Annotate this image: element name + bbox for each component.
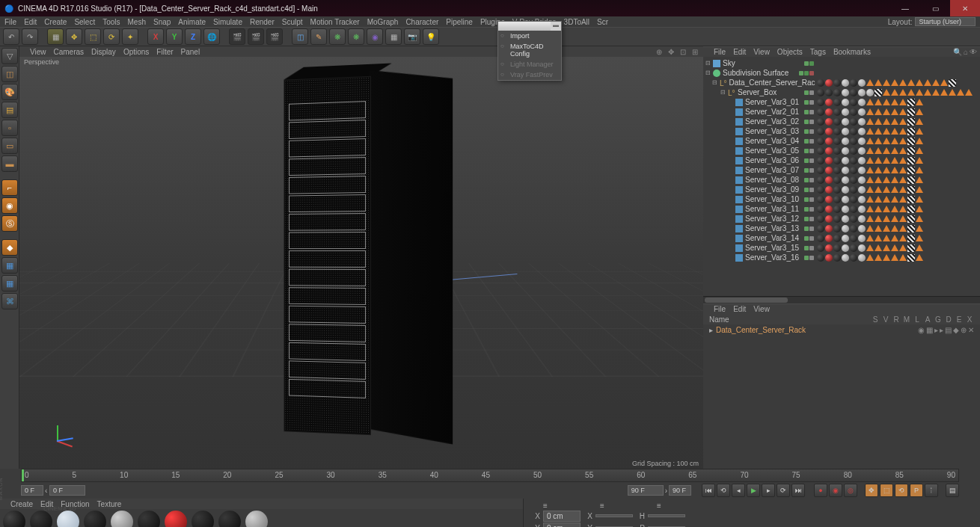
tag-row[interactable] <box>817 78 979 87</box>
play-button[interactable]: ▶ <box>747 484 760 497</box>
viewport-solo[interactable]: ◉ <box>1 197 18 214</box>
point-level[interactable]: ⦙ <box>925 484 938 497</box>
take-row[interactable]: ▸ Data_Center_Server_Rack ◉▦▸▸▤◆⊕✕ <box>703 324 980 336</box>
pos-key[interactable]: ✥ <box>865 484 878 497</box>
object-row[interactable]: Server_Var3_15 <box>705 243 814 253</box>
matmenu-texture[interactable]: Texture <box>97 500 122 508</box>
object-row[interactable]: ⊟L°Data_Center_Server_Rack <box>705 78 814 87</box>
scale-tool[interactable]: ⬚ <box>85 28 101 45</box>
polygon-mode[interactable]: ▬ <box>1 155 18 172</box>
menu-3dtoall[interactable]: 3DToAll <box>564 18 589 26</box>
tag-row[interactable] <box>817 194 979 204</box>
tag-row[interactable] <box>817 107 979 117</box>
material-metalbo[interactable]: MetalBo <box>136 511 162 527</box>
make-editable[interactable]: ▽ <box>1 48 18 64</box>
menu-edit[interactable]: Edit <box>24 18 37 26</box>
attrmenu-file[interactable]: File <box>714 305 726 313</box>
environment-button[interactable]: ▦ <box>385 28 402 45</box>
object-row[interactable]: ⊟Subdivision Surface <box>705 68 814 78</box>
next-key[interactable]: ⟳ <box>777 484 790 497</box>
tag-row[interactable] <box>817 87 979 97</box>
rot-key[interactable]: ⟲ <box>895 484 908 497</box>
eye-icon[interactable]: 👁 <box>970 48 977 56</box>
objmenu-bookmarks[interactable]: Bookmarks <box>833 48 871 56</box>
vp-orbit-icon[interactable]: ⊕ <box>654 48 664 56</box>
popup-maxtoc4d-config[interactable]: MaxToC4D Config <box>498 41 561 59</box>
object-row[interactable]: Server_Var3_07 <box>705 165 814 175</box>
tag-row[interactable] <box>817 68 979 78</box>
material-var1_pla[interactable]: Var1_Pla <box>190 511 215 527</box>
pen-tool[interactable]: ✎ <box>310 28 327 45</box>
param-key[interactable]: P <box>910 484 923 497</box>
prev-frame[interactable]: ◂ <box>732 484 745 497</box>
object-row[interactable]: ⊟L°Server_Box <box>705 87 814 97</box>
prev-key[interactable]: ⟲ <box>717 484 730 497</box>
menu-simulate[interactable]: Simulate <box>213 18 242 26</box>
vpmenu-cameras[interactable]: Cameras <box>54 48 85 56</box>
tag-row[interactable] <box>817 97 979 107</box>
maximize-button[interactable]: ▭ <box>920 0 950 16</box>
planar-workplane[interactable]: ▦ <box>1 257 18 274</box>
object-row[interactable]: Server_Var3_11 <box>705 204 814 214</box>
tag-row[interactable] <box>817 175 979 185</box>
edge-mode[interactable]: ▭ <box>1 138 18 154</box>
menu-sculpt[interactable]: Sculpt <box>282 18 303 26</box>
locked-workplane[interactable]: ◆ <box>1 239 18 256</box>
y-axis-lock[interactable]: Y <box>166 28 183 45</box>
objmenu-edit[interactable]: Edit <box>733 48 746 56</box>
menu-tools[interactable]: Tools <box>102 18 120 26</box>
light-button[interactable]: 💡 <box>423 28 439 45</box>
menu-pipeline[interactable]: Pipeline <box>446 18 473 26</box>
menu-file[interactable]: File <box>4 18 16 26</box>
minimize-button[interactable]: — <box>890 0 920 16</box>
undo-button[interactable]: ↶ <box>3 28 19 45</box>
vp-maximize-icon[interactable]: ⊞ <box>690 48 700 56</box>
texture-mode[interactable]: 🎨 <box>1 84 18 100</box>
menu-animate[interactable]: Animate <box>178 18 206 26</box>
keyframe-sel[interactable]: ◎ <box>844 484 857 497</box>
move-tool[interactable]: ✥ <box>66 28 82 45</box>
tag-row[interactable] <box>817 214 979 224</box>
menu-character[interactable]: Character <box>405 18 438 26</box>
object-row[interactable]: Server_Var3_16 <box>705 253 814 262</box>
viewport-canvas[interactable]: Perspective Grid Spacing : 100 cm <box>19 57 703 469</box>
workplane-mode[interactable]: ▤ <box>1 102 18 118</box>
render-settings[interactable]: 🎬 <box>266 28 283 45</box>
size-x[interactable] <box>595 514 633 517</box>
render-view[interactable]: 🎬 <box>229 28 245 45</box>
menu-mesh[interactable]: Mesh <box>128 18 146 26</box>
object-row[interactable]: Server_Var3_13 <box>705 224 814 233</box>
axis-mode[interactable]: ⌐ <box>1 179 18 196</box>
material-var2_pla[interactable]: Var2_Pla <box>217 511 242 527</box>
deformer-button[interactable]: ◉ <box>367 28 383 45</box>
frame-range-end[interactable]: 90 F <box>628 485 664 496</box>
select-tool[interactable]: ▦ <box>47 28 64 45</box>
object-row[interactable]: Server_Var3_12 <box>705 214 814 224</box>
tag-row[interactable] <box>817 117 979 126</box>
tag-panel[interactable] <box>815 57 980 296</box>
tag-row[interactable] <box>817 146 979 155</box>
object-row[interactable]: Server_Var3_10 <box>705 194 814 204</box>
record-button[interactable]: ● <box>814 484 827 497</box>
python-icon[interactable]: ⌘ <box>1 293 18 309</box>
array-button[interactable]: ❋ <box>348 28 364 45</box>
object-row[interactable]: Server_Var3_02 <box>705 117 814 126</box>
vpmenu-display[interactable]: Display <box>91 48 116 56</box>
tag-row[interactable] <box>817 243 979 253</box>
attrmenu-view[interactable]: View <box>753 305 770 313</box>
vpmenu-options[interactable]: Options <box>123 48 149 56</box>
goto-start[interactable]: ⏮ <box>702 484 715 497</box>
material-black_m[interactable]: Black_M <box>28 511 54 527</box>
frame-max-field[interactable]: 90 F <box>669 485 691 496</box>
menu-render[interactable]: Render <box>250 18 275 26</box>
render-region[interactable]: 🎬 <box>248 28 264 45</box>
objmenu-tags[interactable]: Tags <box>810 48 826 56</box>
snap-toggle[interactable]: Ⓢ <box>1 215 18 232</box>
tag-row[interactable] <box>817 233 979 243</box>
material-metal[interactable]: Metal <box>109 511 135 527</box>
time-ruler[interactable]: 051015202530354045505560657075808590 <box>21 469 959 482</box>
vp-zoom-icon[interactable]: ⊡ <box>678 48 688 56</box>
object-row[interactable]: Server_Var3_09 <box>705 185 814 194</box>
frame-start-field[interactable]: 0 F <box>21 485 43 496</box>
tag-row[interactable] <box>817 165 979 175</box>
